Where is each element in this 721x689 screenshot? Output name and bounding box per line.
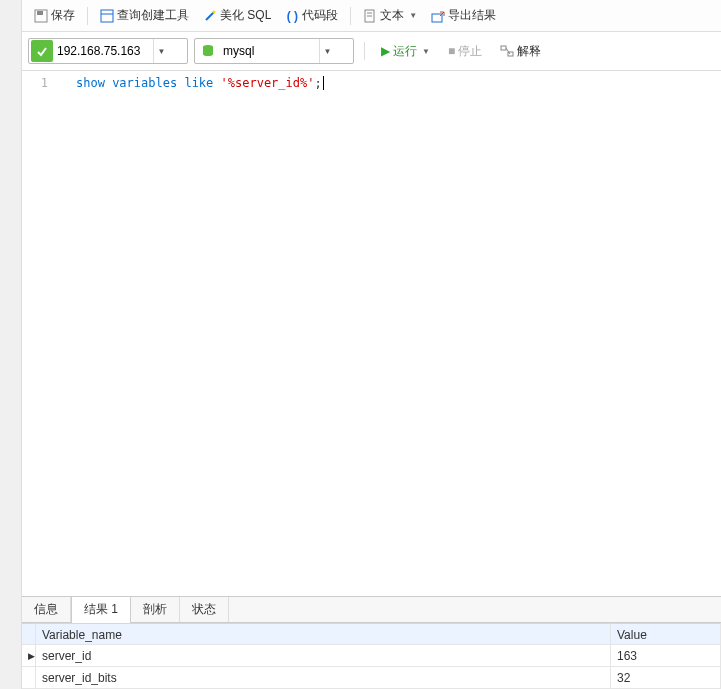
grid-header: Variable_name Value [22, 623, 721, 645]
text-label: 文本 [380, 7, 404, 24]
play-icon: ▶ [381, 44, 390, 58]
sql-text: ; [314, 76, 321, 90]
separator [364, 42, 365, 60]
line-gutter: 1 [22, 71, 62, 596]
parentheses-icon: ( ) [285, 9, 299, 23]
stop-icon: ■ [448, 44, 455, 58]
line-number: 1 [22, 75, 62, 91]
column-header-value[interactable]: Value [611, 623, 721, 645]
text-button[interactable]: 文本 ▼ [357, 4, 423, 27]
beautify-sql-button[interactable]: 美化 SQL [197, 4, 277, 27]
code-snippet-label: 代码段 [302, 7, 338, 24]
sql-editor[interactable]: 1 show variables like '%server_id%'; [22, 71, 721, 596]
save-label: 保存 [51, 7, 75, 24]
chevron-down-icon: ▼ [409, 11, 417, 20]
sql-keyword: show [76, 76, 105, 90]
connection-input[interactable] [53, 44, 153, 58]
grid-corner [22, 623, 36, 645]
tab-status[interactable]: 状态 [180, 597, 229, 622]
result-tabs: 信息 结果 1 剖析 状态 [22, 596, 721, 623]
svg-rect-12 [501, 46, 506, 50]
sql-keyword: like [184, 76, 213, 90]
cell-value[interactable]: 32 [611, 667, 721, 689]
connection-combo[interactable]: ▼ [28, 38, 188, 64]
left-gutter-strip [0, 0, 22, 689]
column-header-variable-name[interactable]: Variable_name [36, 623, 611, 645]
export-icon [431, 9, 445, 23]
database-input[interactable] [219, 44, 319, 58]
save-button[interactable]: 保存 [28, 4, 81, 27]
stop-button: ■ 停止 [442, 40, 488, 63]
separator [350, 7, 351, 25]
run-label: 运行 [393, 43, 417, 60]
chevron-down-icon: ▼ [422, 47, 430, 56]
svg-rect-2 [101, 10, 113, 22]
run-button[interactable]: ▶ 运行 ▼ [375, 40, 436, 63]
explain-label: 解释 [517, 43, 541, 60]
wand-icon [203, 9, 217, 23]
export-button[interactable]: 导出结果 [425, 4, 502, 27]
connection-bar: ▼ ▼ ▶ 运行 ▼ ■ 停止 解释 [22, 32, 721, 71]
document-icon [363, 9, 377, 23]
tab-profile[interactable]: 剖析 [131, 597, 180, 622]
row-pointer [22, 667, 36, 689]
text-cursor [323, 76, 324, 90]
connection-icon [31, 40, 53, 62]
database-combo[interactable]: ▼ [194, 38, 354, 64]
row-pointer: ▶ [22, 645, 36, 667]
save-icon [34, 9, 48, 23]
result-grid: Variable_name Value ▶ server_id 163 serv… [22, 623, 721, 689]
explain-icon [500, 44, 514, 58]
sql-keyword: variables [112, 76, 177, 90]
explain-button[interactable]: 解释 [494, 40, 547, 63]
cell-value[interactable]: 163 [611, 645, 721, 667]
tab-info[interactable]: 信息 [22, 597, 71, 622]
sql-string: '%server_id%' [221, 76, 315, 90]
code-area[interactable]: show variables like '%server_id%'; [62, 71, 721, 596]
connection-dropdown[interactable]: ▼ [153, 39, 169, 63]
query-builder-button[interactable]: 查询创建工具 [94, 4, 195, 27]
cell-variable-name[interactable]: server_id [36, 645, 611, 667]
export-label: 导出结果 [448, 7, 496, 24]
beautify-sql-label: 美化 SQL [220, 7, 271, 24]
database-icon [197, 40, 219, 62]
svg-rect-1 [37, 11, 43, 15]
svg-point-5 [213, 10, 216, 13]
table-row[interactable]: ▶ server_id 163 [22, 645, 721, 667]
code-snippet-button[interactable]: ( ) 代码段 [279, 4, 344, 27]
separator [87, 7, 88, 25]
query-builder-label: 查询创建工具 [117, 7, 189, 24]
database-dropdown[interactable]: ▼ [319, 39, 335, 63]
tab-result-1[interactable]: 结果 1 [71, 596, 131, 623]
main-toolbar: 保存 查询创建工具 美化 SQL ( ) 代码段 文本 ▼ 导出结果 [22, 0, 721, 32]
cell-variable-name[interactable]: server_id_bits [36, 667, 611, 689]
stop-label: 停止 [458, 43, 482, 60]
svg-line-4 [206, 12, 214, 20]
query-builder-icon [100, 9, 114, 23]
table-row[interactable]: server_id_bits 32 [22, 667, 721, 689]
